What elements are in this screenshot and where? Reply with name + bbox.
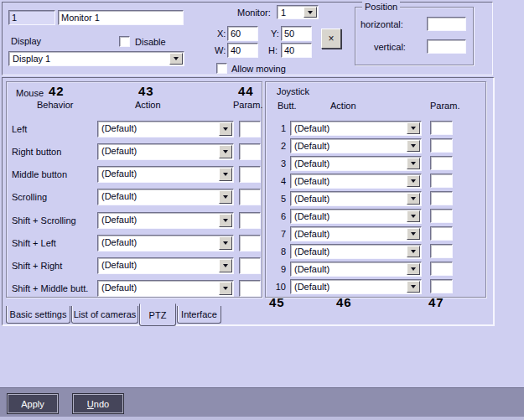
joystick-action-select[interactable]: (Default) (290, 121, 422, 136)
chevron-down-icon[interactable] (407, 140, 420, 152)
joystick-action-select[interactable]: (Default) (290, 279, 422, 294)
position-group-title: Position (362, 2, 400, 12)
close-monitor-button[interactable]: × (321, 29, 341, 49)
joystick-button-number: 9 (271, 264, 286, 274)
chevron-down-icon[interactable] (407, 122, 420, 134)
joystick-action-select[interactable]: (Default) (290, 226, 422, 241)
joystick-button-number: 10 (271, 282, 286, 292)
mouse-param-input[interactable] (239, 189, 261, 205)
chevron-down-icon[interactable] (219, 122, 232, 136)
tab-basic-settings[interactable]: Basic settings (6, 306, 70, 324)
joystick-param-input[interactable] (430, 226, 453, 241)
joystick-action-select[interactable]: (Default) (290, 209, 422, 224)
mouse-param-input[interactable] (239, 257, 261, 274)
h-input[interactable] (281, 43, 312, 58)
mouse-param-input[interactable] (239, 235, 261, 251)
annotation-42: 42 (49, 84, 65, 98)
mouse-row: Left(Default) (7, 121, 262, 137)
joystick-action-header: Action (330, 101, 356, 111)
joystick-action-select[interactable]: (Default) (290, 156, 422, 171)
joystick-param-input[interactable] (430, 279, 453, 293)
w-input[interactable] (227, 43, 258, 58)
mouse-action-select[interactable]: (Default) (97, 235, 234, 251)
mouse-row: Shift + Right(Default) (7, 257, 262, 274)
chevron-down-icon[interactable] (407, 263, 420, 275)
display-label: Display (11, 36, 41, 46)
joystick-param-input[interactable] (430, 138, 453, 153)
display-select[interactable]: Display 1 (8, 51, 184, 66)
joystick-action-value: (Default) (291, 245, 406, 258)
mouse-param-input[interactable] (239, 166, 261, 183)
mouse-behavior-label: Scrolling (12, 192, 47, 202)
chevron-down-icon[interactable] (169, 53, 183, 65)
joystick-param-input[interactable] (430, 156, 453, 170)
joystick-action-select[interactable]: (Default) (290, 174, 422, 189)
joystick-action-select[interactable]: (Default) (290, 244, 422, 259)
monitor-select[interactable]: 1 (277, 5, 319, 19)
y-input[interactable] (281, 26, 312, 41)
joystick-button-number: 7 (271, 229, 286, 239)
mouse-action-select[interactable]: (Default) (97, 121, 234, 137)
joystick-action-select[interactable]: (Default) (290, 262, 422, 277)
mouse-group-title: Mouse (16, 88, 44, 98)
disable-checkbox[interactable] (119, 36, 130, 47)
chevron-down-icon[interactable] (219, 282, 232, 295)
joystick-param-input[interactable] (430, 262, 453, 276)
chevron-down-icon[interactable] (219, 259, 232, 272)
chevron-down-icon[interactable] (219, 236, 232, 250)
mouse-behavior-header: Behavior (37, 100, 73, 110)
allow-moving-checkbox[interactable] (216, 63, 227, 74)
joystick-button-number: 5 (271, 194, 286, 204)
chevron-down-icon[interactable] (407, 158, 420, 169)
joystick-param-input[interactable] (430, 244, 453, 258)
chevron-down-icon[interactable] (407, 193, 420, 205)
mouse-action-select[interactable]: (Default) (97, 189, 234, 205)
chevron-down-icon[interactable] (407, 210, 420, 222)
undo-button[interactable]: Undo (73, 394, 123, 413)
disable-checkbox-label: Disable (135, 37, 166, 47)
joystick-button-number: 8 (271, 246, 286, 257)
joystick-param-input[interactable] (430, 121, 453, 135)
chevron-down-icon[interactable] (219, 214, 232, 227)
tab-list-of-cameras[interactable]: List of cameras (71, 306, 138, 324)
chevron-down-icon[interactable] (219, 190, 232, 204)
mouse-param-input[interactable] (239, 121, 261, 137)
joystick-param-input[interactable] (430, 209, 453, 223)
vertical-input[interactable] (427, 39, 466, 54)
y-label: Y: (271, 29, 279, 39)
joystick-action-value: (Default) (291, 122, 406, 135)
joystick-action-select[interactable]: (Default) (290, 138, 422, 153)
joystick-param-input[interactable] (430, 191, 453, 205)
joystick-param-header: Param. (430, 101, 459, 111)
chevron-down-icon[interactable] (219, 168, 232, 181)
joystick-action-value: (Default) (291, 174, 406, 188)
vertical-label: vertical: (374, 42, 406, 52)
chevron-down-icon[interactable] (304, 7, 317, 18)
apply-button-label: Apply (21, 399, 44, 409)
ptz-tab-page: Mouse 42 Behavior 43 Action 44 Param. Le… (2, 77, 495, 326)
tab-ptz[interactable]: PTZ (139, 303, 176, 326)
mouse-action-select[interactable]: (Default) (97, 143, 234, 160)
monitor-id-input[interactable] (8, 10, 55, 25)
apply-button[interactable]: Apply (8, 394, 58, 413)
chevron-down-icon[interactable] (407, 246, 420, 257)
mouse-action-select[interactable]: (Default) (97, 257, 234, 274)
chevron-down-icon[interactable] (407, 228, 420, 240)
mouse-action-select[interactable]: (Default) (97, 212, 234, 229)
chevron-down-icon[interactable] (407, 175, 420, 187)
monitor-name-input[interactable] (58, 10, 184, 25)
mouse-param-input[interactable] (239, 212, 261, 229)
mouse-param-input[interactable] (239, 280, 261, 297)
chevron-down-icon[interactable] (219, 145, 232, 158)
tab-interface[interactable]: Interface (177, 306, 221, 324)
mouse-param-input[interactable] (239, 143, 261, 160)
horizontal-input[interactable] (427, 17, 466, 31)
mouse-action-select[interactable]: (Default) (97, 166, 234, 183)
mouse-row: Shift + Middle butt.(Default) (7, 280, 262, 297)
joystick-action-select[interactable]: (Default) (290, 191, 422, 206)
x-input[interactable] (227, 26, 258, 41)
mouse-action-select[interactable]: (Default) (97, 280, 234, 297)
chevron-down-icon[interactable] (407, 281, 420, 293)
joystick-param-input[interactable] (430, 174, 453, 188)
horizontal-label: horizontal: (361, 19, 403, 29)
